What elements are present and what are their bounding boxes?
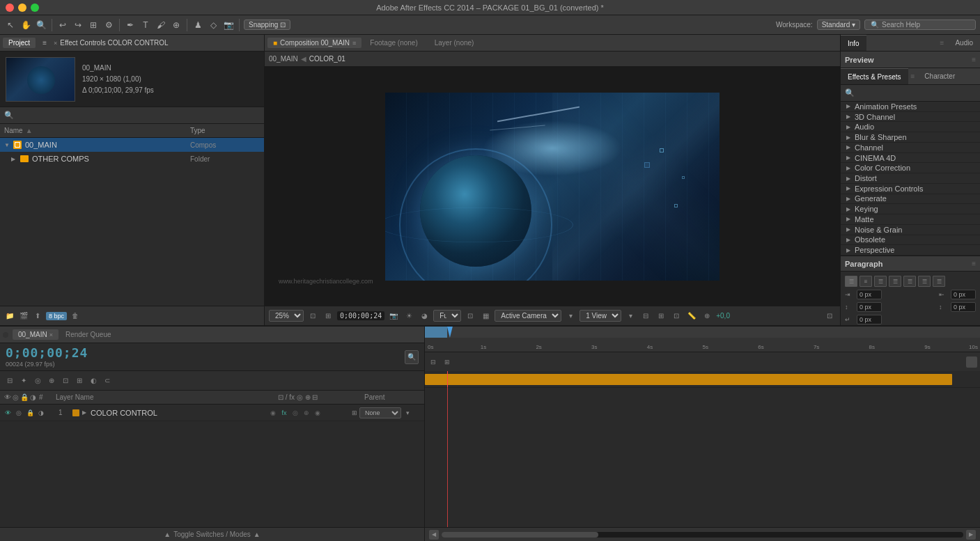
layer-tab[interactable]: Layer (none)	[426, 38, 483, 48]
shy-icon-layer1[interactable]: ◑	[36, 408, 46, 418]
maximize-button[interactable]	[31, 3, 39, 12]
minimize-button[interactable]	[18, 3, 26, 12]
render-queue-tab[interactable]: Render Queue	[60, 329, 117, 340]
justify-all-button[interactable]: ☰	[933, 276, 945, 287]
solo-icon-layer1[interactable]: ◎	[14, 408, 24, 418]
effect-audio[interactable]: ▶ Audio	[841, 122, 980, 132]
fx-switch[interactable]: fx	[279, 408, 289, 418]
snapping-button[interactable]: Snapping ⊡	[244, 19, 290, 30]
pixel-aspect-icon[interactable]: ⊞	[322, 310, 334, 322]
composition-tab[interactable]: ■ Composition 00_MAIN ≡	[267, 38, 361, 48]
effect-perspective[interactable]: ▶ Perspective	[841, 245, 980, 256]
effect-distort[interactable]: ▶ Distort	[841, 173, 980, 184]
grid-overlay-icon[interactable]: ⊞	[655, 310, 667, 322]
shape-tool-icon[interactable]: ◇	[207, 19, 219, 31]
project-tab[interactable]: Project	[3, 38, 36, 48]
viewer-options-icon[interactable]: ⊡	[823, 310, 836, 322]
track-tool-2[interactable]: ⊞	[442, 356, 453, 368]
close-button[interactable]	[6, 3, 14, 12]
timeline-tool-6[interactable]: ⊞	[74, 375, 85, 386]
effects-presets-tab[interactable]: Effects & Presets	[841, 68, 908, 84]
effect-cinema4d[interactable]: ▶ CINEMA 4D	[841, 153, 980, 164]
camera-arrow[interactable]: ▾	[564, 310, 577, 322]
channels-icon[interactable]: ⊕	[701, 310, 713, 322]
toggle-switches-modes-button[interactable]: ▲ Toggle Switches / Modes ▲	[164, 531, 260, 538]
space-before-field[interactable]	[857, 302, 882, 312]
guides-icon[interactable]: ⊡	[670, 310, 683, 322]
timeline-main-tab[interactable]: 00_MAIN ×	[13, 329, 59, 340]
zoom-tool-icon[interactable]: 🔍	[35, 19, 47, 31]
effect-blur-sharpen[interactable]: ▶ Blur & Sharpen	[841, 132, 980, 143]
effect-3d-channel[interactable]: ▶ 3D Channel	[841, 112, 980, 123]
effect-color-correction[interactable]: ▶ Color Correction	[841, 163, 980, 173]
file-item-other-comps[interactable]: ▶ OTHER COMPS Folder	[0, 152, 264, 166]
audio-tab[interactable]: Audio	[948, 35, 980, 51]
character-tab[interactable]: Character	[917, 68, 962, 84]
footage-tab[interactable]: Footage (none)	[361, 38, 426, 48]
layer-expand-icon[interactable]: ▶	[82, 409, 91, 416]
undo-icon[interactable]: ↩	[56, 19, 69, 31]
view-arrow[interactable]: ▾	[624, 310, 637, 322]
rulers-icon[interactable]: 📏	[685, 310, 698, 322]
comp-tab-menu[interactable]: ≡	[352, 40, 356, 47]
effect-channel[interactable]: ▶ Channel	[841, 143, 980, 153]
camera-select[interactable]: Active Camera	[495, 310, 561, 322]
offset-value[interactable]: +0,0	[716, 312, 730, 320]
timeline-tool-4[interactable]: ⊕	[46, 375, 57, 386]
view-select[interactable]: 1 View	[580, 310, 621, 322]
align-center-button[interactable]: ≡	[860, 276, 872, 287]
justify-center-button[interactable]: ☰	[903, 276, 916, 287]
first-line-field[interactable]	[857, 315, 882, 324]
quality-select[interactable]: Full	[433, 310, 461, 322]
puppet-tool-icon[interactable]: ♟	[192, 19, 204, 31]
timeline-tool-1[interactable]: ⊟	[4, 375, 15, 386]
info-tab[interactable]: Info	[841, 35, 866, 51]
fast-preview-icon[interactable]: ▦	[479, 310, 492, 322]
viewer-timecode[interactable]: 0;00;00;24	[337, 311, 384, 320]
layer-timeline-bar[interactable]	[425, 374, 952, 385]
preview-tab-label[interactable]: Preview	[845, 56, 874, 64]
effects-search-input[interactable]	[857, 89, 976, 97]
motion-blur-switch[interactable]: ◉	[268, 408, 278, 418]
info-menu-icon[interactable]: ≡	[936, 39, 949, 47]
lock-icon-layer1[interactable]: 🔒	[25, 408, 35, 418]
file-item-00main[interactable]: ▼ 00_MAIN Compos	[0, 138, 264, 152]
indent-right-field[interactable]	[951, 290, 976, 299]
project-search-input[interactable]	[17, 111, 260, 119]
redo-icon[interactable]: ↪	[72, 19, 84, 31]
preview-menu-icon[interactable]: ≡	[972, 56, 976, 63]
timeline-tool-5[interactable]: ⊡	[60, 375, 71, 386]
effect-keying[interactable]: ▶ Keying	[841, 204, 980, 214]
quality-switch[interactable]: ◎	[290, 408, 300, 418]
new-folder-icon[interactable]: 📁	[4, 311, 15, 322]
import-icon[interactable]: ⬆	[32, 311, 43, 322]
track-end-marker[interactable]	[966, 356, 977, 368]
pen-tool-icon[interactable]: ✒	[124, 19, 137, 31]
effect-controls-close[interactable]: ×	[54, 40, 57, 47]
arrow-tool-icon[interactable]: ↖	[4, 19, 17, 31]
indent-left-field[interactable]	[857, 290, 882, 299]
align-left-button[interactable]: ☰	[845, 276, 857, 287]
settings-icon[interactable]: ⚙	[102, 19, 115, 31]
scrollbar-thumb[interactable]	[442, 532, 598, 538]
effect-obsolete[interactable]: ▶ Obsolete	[841, 235, 980, 246]
space-after-field[interactable]	[951, 302, 976, 312]
effect-noise-grain[interactable]: ▶ Noise & Grain	[841, 225, 980, 235]
breadcrumb-parent[interactable]: 00_MAIN	[269, 55, 298, 63]
big-timecode[interactable]: 0;00;00;24	[6, 345, 88, 360]
delete-icon[interactable]: 🗑	[70, 311, 81, 322]
timeline-tab-close-icon[interactable]: ×	[49, 331, 53, 338]
text-tool-icon[interactable]: T	[139, 19, 152, 31]
timeline-tool-3[interactable]: ◎	[32, 375, 43, 386]
timeline-tool-7[interactable]: ◐	[88, 375, 99, 386]
eye-icon-layer1[interactable]: 👁	[3, 408, 13, 418]
zoom-select[interactable]: 25%	[269, 310, 304, 322]
search-help-input[interactable]: 🔍 Search Help	[864, 19, 976, 30]
effect-animation-presets[interactable]: ▶ Animation Presets	[841, 102, 980, 112]
effect-generate[interactable]: ▶ Generate	[841, 194, 980, 205]
effect-expression-controls[interactable]: ▶ Expression Controls	[841, 184, 980, 194]
camera-tool-icon[interactable]: 📷	[222, 19, 235, 31]
effect-matte[interactable]: ▶ Matte	[841, 214, 980, 225]
hand-tool-icon[interactable]: ✋	[20, 19, 32, 31]
track-tool-1[interactable]: ⊟	[428, 356, 439, 368]
